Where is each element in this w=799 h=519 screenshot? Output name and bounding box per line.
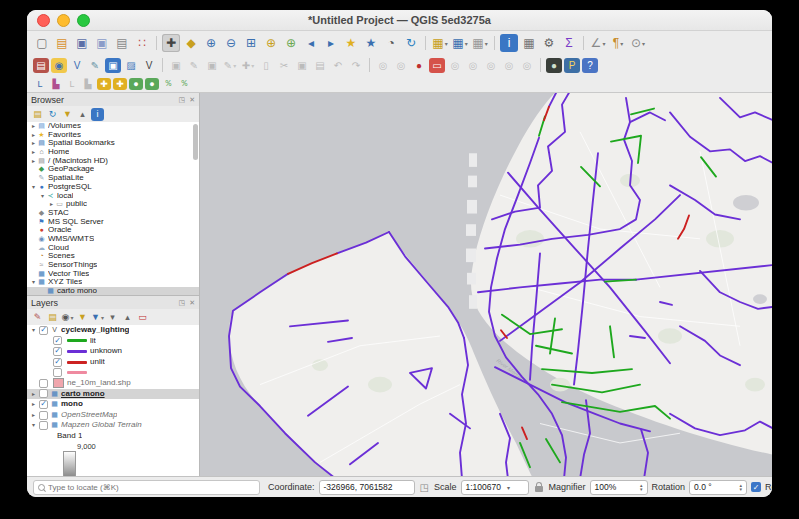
visibility-checkbox[interactable]: ✓: [39, 400, 48, 409]
zoom-in-icon[interactable]: ⊕: [202, 34, 220, 52]
browser-item-wms-wmts[interactable]: ◉WMS/WMTS: [27, 235, 199, 244]
plugin-e-icon[interactable]: ◎: [519, 58, 535, 73]
data-source-manager-icon[interactable]: ▤: [33, 58, 49, 73]
titlebar[interactable]: *Untitled Project — QGIS 5ed3275a: [27, 10, 772, 31]
close-panel-icon[interactable]: ✕: [189, 96, 195, 104]
unpin-labels-icon[interactable]: ✚: [113, 78, 127, 90]
browser-item-sensorthings[interactable]: ≈SensorThings: [27, 261, 199, 270]
browser-scrollbar[interactable]: [193, 124, 198, 160]
expander-icon[interactable]: ▾: [30, 420, 37, 431]
new-spatial-bookmark-icon[interactable]: ★: [342, 34, 360, 52]
save-project-as-icon[interactable]: ▣: [93, 34, 111, 52]
help-icon[interactable]: ?: [582, 58, 598, 73]
browser-item-spatial-bookmarks[interactable]: ▸▤Spatial Bookmarks: [27, 139, 199, 148]
browser-item-carto-mono[interactable]: ▦carto mono: [27, 287, 199, 295]
browser-item-vector-tiles[interactable]: ▦Vector Tiles: [27, 270, 199, 279]
zoom-to-selection-icon[interactable]: ⊕: [262, 34, 280, 52]
close-window-button[interactable]: [37, 14, 50, 27]
remove-layer-icon[interactable]: ▭: [136, 311, 149, 324]
lock-scale-icon[interactable]: [535, 486, 543, 492]
layer-item-carto-mono[interactable]: ▸▦carto mono: [27, 389, 199, 400]
osm-place-search-icon[interactable]: ◎: [375, 58, 391, 73]
expander-icon[interactable]: ▸: [30, 139, 37, 148]
zoom-out-icon[interactable]: ⊖: [222, 34, 240, 52]
layer-diagram-options-icon[interactable]: ▙: [49, 78, 63, 90]
open-layer-styling-icon[interactable]: ✎: [31, 311, 44, 324]
temporal-controller-icon[interactable]: ◔: [382, 34, 400, 52]
add-selected-layers-icon[interactable]: ▤: [31, 108, 44, 121]
delete-selected-icon[interactable]: ▯: [258, 58, 274, 73]
filter-legend-icon[interactable]: ▼: [76, 311, 89, 324]
browser-item-public[interactable]: ▸▭public: [27, 200, 199, 209]
layer-item-lit[interactable]: ✓lit: [27, 336, 199, 347]
select-by-expression-icon[interactable]: ▦▾: [451, 34, 469, 52]
zoom-next-icon[interactable]: ▸: [322, 34, 340, 52]
grass-tools-icon[interactable]: ●: [546, 58, 562, 73]
new-print-layout-icon[interactable]: ▤: [113, 34, 131, 52]
add-vector-layer-icon[interactable]: V: [69, 58, 85, 73]
style-manager-icon[interactable]: ∷: [133, 34, 151, 52]
pan-to-selection-icon[interactable]: ◆: [182, 34, 200, 52]
browser-item-xyz-tiles[interactable]: ▾▦XYZ Tiles: [27, 278, 199, 287]
current-edits-icon[interactable]: ▣: [168, 58, 184, 73]
collapse-all-browser-icon[interactable]: ▴: [76, 108, 89, 121]
save-layer-edits-icon[interactable]: ▣: [204, 58, 220, 73]
cut-features-icon[interactable]: ✂: [276, 58, 292, 73]
collapse-all-layers-icon[interactable]: ▴: [121, 311, 134, 324]
expander-icon[interactable]: ▸: [48, 200, 55, 209]
pin-labels-icon[interactable]: ✚: [97, 78, 111, 90]
locate-input[interactable]: [33, 480, 260, 495]
expander-icon[interactable]: ▾: [30, 183, 37, 192]
browser-item-ms-sql-server[interactable]: ⚑MS SQL Server: [27, 218, 199, 227]
layer-item-ne-10m-land-shp[interactable]: ne_10m_land.shp: [27, 378, 199, 389]
expander-icon[interactable]: ▸: [30, 122, 37, 131]
map-canvas[interactable]: River Mersey: [200, 93, 772, 476]
layer-item-swatch[interactable]: [27, 367, 199, 378]
show-bookmarks-icon[interactable]: ★: [362, 34, 380, 52]
add-wms-layer-icon[interactable]: ◉: [51, 58, 67, 73]
statistical-summary-icon[interactable]: Σ: [560, 34, 578, 52]
browser-item-favorites[interactable]: ▸★Favorites: [27, 131, 199, 140]
visibility-checkbox[interactable]: [39, 389, 48, 398]
expander-icon[interactable]: ▸: [30, 399, 37, 410]
maximize-window-button[interactable]: [77, 14, 90, 27]
geocode-icon[interactable]: ◎: [393, 58, 409, 73]
close-panel-icon[interactable]: ✕: [189, 299, 195, 307]
browser-item--volumes[interactable]: ▸▤/Volumes: [27, 122, 199, 131]
select-features-icon[interactable]: ▦▾: [431, 34, 449, 52]
zoom-to-layer-icon[interactable]: ⊕: [282, 34, 300, 52]
open-attribute-table-icon[interactable]: ▦: [520, 34, 538, 52]
new-project-icon[interactable]: ▢: [33, 34, 51, 52]
open-project-icon[interactable]: ▤: [53, 34, 71, 52]
visibility-checkbox[interactable]: [39, 421, 48, 430]
float-panel-icon[interactable]: ◳: [179, 299, 186, 307]
visibility-checkbox[interactable]: ✓: [39, 326, 48, 335]
measure-icon[interactable]: ∠▾: [589, 34, 607, 52]
expander-icon[interactable]: ▾: [39, 192, 46, 201]
paste-label-style-icon[interactable]: ▙: [81, 78, 95, 90]
layer-item-openstreetmap[interactable]: ▸▦OpenStreetMap: [27, 410, 199, 421]
browser-item-cloud[interactable]: ☁Cloud: [27, 244, 199, 253]
expand-all-layers-icon[interactable]: ▾: [106, 311, 119, 324]
layer-sub-label[interactable]: Band 1: [27, 431, 199, 442]
copy-features-icon[interactable]: ▣: [294, 58, 310, 73]
filter-by-expression-icon[interactable]: ▼▾: [91, 311, 104, 324]
map-tips-icon[interactable]: ¶▾: [609, 34, 627, 52]
undo-icon[interactable]: ↶: [330, 58, 346, 73]
metasearch-icon[interactable]: ▭: [429, 58, 445, 73]
highlight-pinned-labels-icon[interactable]: ●: [129, 78, 143, 90]
browser-item--macintosh-hd-[interactable]: ▸▤/ (Macintosh HD): [27, 157, 199, 166]
browser-item-postgresql[interactable]: ▾●PostgreSQL: [27, 183, 199, 192]
expander-icon[interactable]: ▾: [30, 325, 37, 336]
visibility-checkbox[interactable]: ✓: [53, 336, 62, 345]
manage-map-themes-icon[interactable]: ◉▾: [61, 311, 74, 324]
layer-item-mapzen-global-terrain[interactable]: ▾▦Mapzen Global Terrain: [27, 420, 199, 431]
options-gear-icon[interactable]: ⚙: [540, 34, 558, 52]
visibility-checkbox[interactable]: [39, 411, 48, 420]
expander-icon[interactable]: ▸: [30, 389, 37, 400]
add-raster-layer-icon[interactable]: ▨: [123, 58, 139, 73]
add-postgis-layer-icon[interactable]: ▣: [105, 58, 121, 73]
render-checkbox[interactable]: ✓: [751, 482, 761, 492]
nominatim-search-icon[interactable]: ⊙▾: [629, 34, 647, 52]
refresh-browser-icon[interactable]: ↻: [46, 108, 59, 121]
